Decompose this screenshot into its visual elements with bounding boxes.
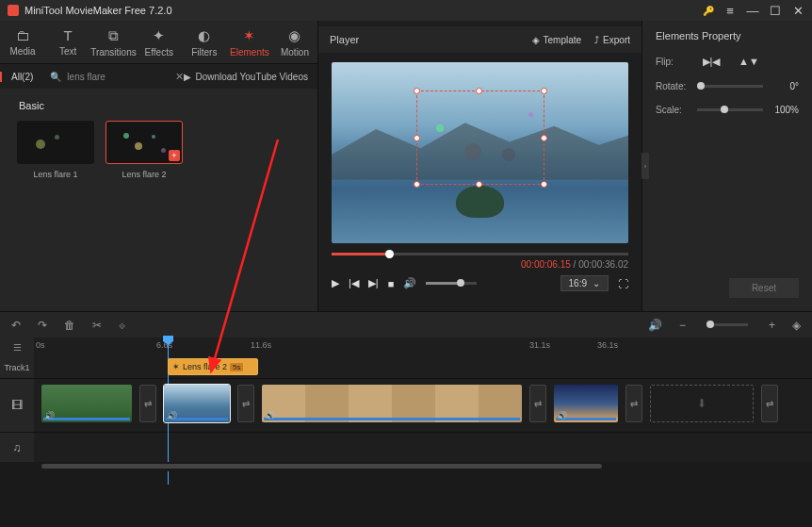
volume-slider[interactable] — [426, 282, 477, 285]
aspect-ratio-select[interactable]: 16:9 ⌄ — [560, 275, 609, 291]
stop-button[interactable]: ■ — [388, 278, 395, 289]
flip-vertical-button[interactable]: ▲▼ — [739, 55, 758, 68]
search-input[interactable]: lens flare — [67, 72, 106, 82]
resize-handle-se[interactable] — [541, 181, 547, 188]
play-button[interactable]: ▶ — [332, 277, 339, 289]
collapse-panel-icon[interactable]: › — [641, 153, 649, 179]
elements-grid: Basic Lens flare 1 + — [0, 89, 317, 311]
scale-slider[interactable] — [697, 108, 763, 111]
flip-label: Flip: — [656, 57, 697, 67]
track-head-1: Track1 — [0, 356, 34, 378]
rotate-label: Rotate: — [656, 81, 697, 91]
timeline-zoom-slider[interactable] — [706, 323, 748, 326]
filter-all[interactable]: All(2) — [0, 72, 42, 82]
close-icon[interactable]: ✕ — [791, 4, 804, 18]
tab-text[interactable]: TText — [45, 21, 90, 63]
prev-frame-button[interactable]: |◀ — [349, 277, 359, 289]
progress-handle[interactable] — [385, 250, 394, 258]
zoom-in-button[interactable]: + — [769, 319, 775, 332]
video-clip-3[interactable]: 🔊 — [262, 385, 522, 422]
template-button[interactable]: ◈ Template — [532, 35, 582, 45]
chevron-down-icon: ⌄ — [593, 278, 600, 288]
ruler-tick: 6.6s — [156, 340, 172, 350]
element-thumb-label: Lens flare 1 — [17, 170, 94, 179]
app-title: MiniTool MovieMaker Free 7.2.0 — [24, 5, 172, 16]
resize-handle-n[interactable] — [476, 88, 482, 94]
element-clip[interactable]: ✶ Lens flare 2 5s — [168, 358, 258, 375]
timeline-grip-icon[interactable]: ☰ — [13, 342, 22, 353]
fullscreen-button[interactable]: ⛶ — [618, 278, 628, 289]
rotate-slider[interactable] — [697, 85, 763, 88]
download-youtube-button[interactable]: ▶ Download YouTube Videos — [184, 72, 317, 82]
export-icon: ⤴ — [594, 35, 599, 45]
element-clip-duration: 5s — [230, 363, 243, 371]
hamburger-menu-icon[interactable]: ≡ — [723, 4, 737, 18]
clip-volume-icon[interactable]: 🔊 — [44, 411, 55, 420]
reset-button[interactable]: Reset — [729, 278, 799, 298]
license-key-icon[interactable]: 🔑 — [703, 6, 714, 16]
export-button[interactable]: ⤴ Export — [594, 35, 630, 45]
resize-handle-w[interactable] — [414, 135, 420, 141]
ruler-tick: 36.1s — [597, 340, 618, 350]
tab-motion[interactable]: ◉Motion — [272, 21, 317, 63]
youtube-icon: ▶ — [184, 72, 191, 82]
minimize-icon[interactable]: — — [746, 4, 759, 18]
scale-label: Scale: — [656, 105, 697, 115]
undo-button[interactable]: ↶ — [11, 319, 21, 332]
preview-canvas[interactable] — [332, 62, 628, 243]
video-clip-2[interactable]: 🔊 — [164, 385, 230, 422]
resize-handle-ne[interactable] — [541, 88, 547, 94]
tab-effects[interactable]: ✦Effects — [137, 21, 182, 63]
template-label: Template — [544, 35, 582, 45]
search-icon: 🔍 — [50, 72, 61, 82]
transition-slot-3[interactable]: ⇄ — [529, 385, 546, 422]
timeline-scrollbar[interactable] — [34, 462, 812, 471]
empty-media-slot[interactable]: ⬇ — [650, 385, 754, 422]
clip-volume-icon[interactable]: 🔊 — [265, 411, 275, 420]
timeline-ruler[interactable]: 0s 6.6s 11.6s 31.1s 36.1s — [34, 338, 812, 356]
video-clip-4[interactable]: 🔊 — [554, 385, 618, 422]
clip-volume-icon[interactable]: 🔊 — [557, 411, 567, 420]
element-selection-box[interactable] — [416, 91, 544, 185]
element-thumb-lens-flare-1[interactable]: Lens flare 1 — [17, 121, 94, 179]
transition-slot-1[interactable]: ⇄ — [139, 385, 156, 422]
star-icon: ✶ — [172, 362, 180, 371]
resize-handle-nw[interactable] — [414, 88, 420, 94]
audio-icon[interactable]: 🔊 — [648, 319, 662, 332]
zoom-fit-button[interactable]: ◈ — [792, 319, 801, 332]
tab-elements-label: Elements — [230, 47, 269, 58]
transition-slot-4[interactable]: ⇄ — [625, 385, 642, 422]
category-label: Basic — [19, 100, 300, 111]
split-button[interactable]: ✂ — [92, 319, 102, 332]
transition-slot-2[interactable]: ⇄ — [237, 385, 254, 422]
zoom-out-button[interactable]: − — [679, 319, 686, 332]
resize-handle-sw[interactable] — [414, 181, 420, 188]
resize-handle-s[interactable] — [476, 181, 482, 188]
video-clip-1[interactable]: 🔊 — [41, 385, 132, 422]
clear-search-icon[interactable]: ✕ — [175, 71, 184, 83]
folder-icon: 🗀 — [16, 27, 30, 43]
template-icon: ◈ — [532, 35, 540, 45]
audio-track-body[interactable] — [34, 433, 812, 462]
next-frame-button[interactable]: ▶| — [368, 277, 379, 289]
motion-icon: ◉ — [288, 27, 300, 44]
tab-media[interactable]: 🗀Media — [0, 21, 45, 63]
resize-handle-e[interactable] — [541, 135, 547, 141]
player-progress[interactable] — [332, 253, 628, 255]
volume-icon[interactable]: 🔊 — [403, 277, 416, 289]
tab-transitions[interactable]: ⧉Transitions — [90, 21, 137, 63]
clip-volume-icon[interactable]: 🔊 — [167, 411, 177, 420]
maximize-icon[interactable]: ☐ — [769, 4, 782, 18]
crop-button[interactable]: ⟐ — [119, 319, 125, 332]
add-element-icon[interactable]: + — [169, 150, 180, 161]
delete-button[interactable]: 🗑 — [64, 319, 75, 332]
app-logo — [8, 5, 19, 16]
redo-button[interactable]: ↷ — [38, 319, 47, 332]
flip-horizontal-button[interactable]: ▶|◀ — [702, 55, 721, 68]
transition-slot-5[interactable]: ⇄ — [761, 385, 778, 422]
elements-icon: ✶ — [243, 27, 255, 44]
tab-elements[interactable]: ✶Elements — [227, 21, 272, 63]
element-thumb-lens-flare-2[interactable]: + Lens flare 2 — [106, 121, 183, 179]
tab-filters[interactable]: ◐Filters — [182, 21, 227, 63]
tab-filters-label: Filters — [191, 47, 217, 58]
